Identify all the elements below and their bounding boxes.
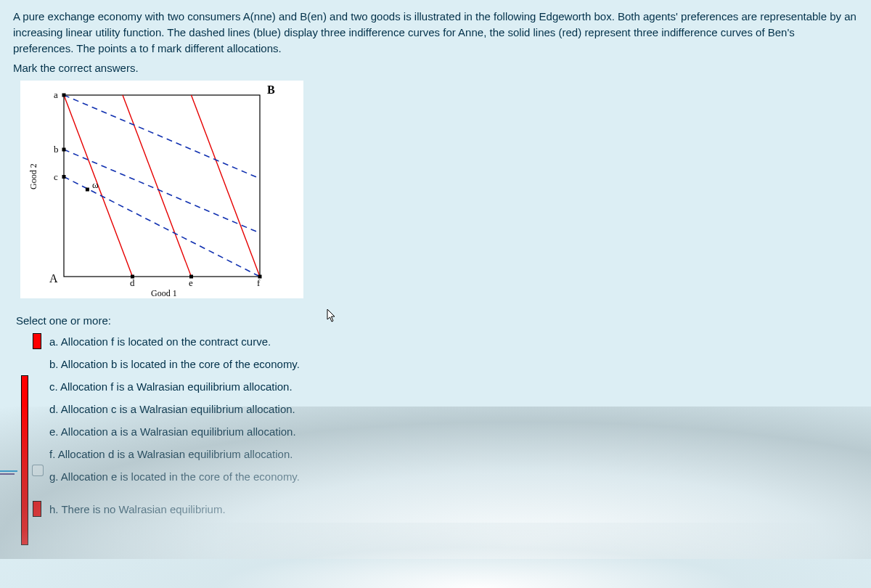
point-a-label: a <box>54 89 58 100</box>
question-page: A pure exchange economy with two consume… <box>0 0 871 588</box>
corner-B: B <box>267 83 275 96</box>
point-b-label: b <box>54 144 59 155</box>
option-f-marker <box>33 446 41 461</box>
option-c[interactable]: c. Allocation f is a Walrasian equilibri… <box>33 379 858 394</box>
option-c-marker <box>33 379 41 393</box>
edgeworth-figure: a b c ω d e f A B Good 1 Good 2 <box>20 81 303 298</box>
left-edge-ticks <box>0 470 17 475</box>
svg-rect-8 <box>62 148 66 152</box>
option-a[interactable]: a. Allocation f is located on the contra… <box>33 334 858 349</box>
y-axis-label: Good 2 <box>28 163 38 189</box>
edgeworth-svg: a b c ω d e f A B Good 1 Good 2 <box>20 81 303 298</box>
point-e-label: e <box>189 277 193 288</box>
select-prompt: Select one or more: <box>16 314 858 327</box>
option-h[interactable]: h. There is no Walrasian equilibrium. <box>33 502 858 517</box>
option-h-label: h. There is no Walrasian equilibrium. <box>49 502 226 517</box>
options-list: a. Allocation f is located on the contra… <box>33 334 858 517</box>
option-d-marker <box>33 401 41 416</box>
question-paragraph: A pure exchange economy with two consume… <box>13 9 858 56</box>
option-b-marker <box>33 356 41 371</box>
option-g[interactable]: g. Allocation e is located in the core o… <box>33 469 858 484</box>
svg-rect-10 <box>86 188 89 192</box>
option-d-label: d. Allocation c is a Walrasian equilibri… <box>49 401 295 417</box>
point-f-label: f <box>257 277 261 288</box>
option-f[interactable]: f. Allocation d is a Walrasian equilibri… <box>33 446 858 462</box>
corner-A: A <box>49 272 58 285</box>
svg-rect-7 <box>62 94 66 97</box>
haze-overlay-2 <box>0 523 871 588</box>
option-b[interactable]: b. Allocation b is located in the core o… <box>33 356 858 372</box>
point-c-label: c <box>54 171 58 182</box>
option-e-marker <box>33 424 41 438</box>
option-a-label: a. Allocation f is located on the contra… <box>49 334 271 349</box>
question-instruction: Mark the correct answers. <box>13 60 858 76</box>
option-g-label: g. Allocation e is located in the core o… <box>49 469 300 484</box>
option-h-marker <box>33 502 41 516</box>
answer-indicator-stripe <box>22 376 28 544</box>
option-e-checkbox[interactable] <box>32 465 44 476</box>
point-d-label: d <box>130 277 135 288</box>
option-d[interactable]: d. Allocation c is a Walrasian equilibri… <box>33 401 858 417</box>
x-axis-label: Good 1 <box>151 288 177 298</box>
option-e[interactable]: e. Allocation a is a Walrasian equilibri… <box>33 424 858 439</box>
option-b-label: b. Allocation b is located in the core o… <box>49 356 300 372</box>
option-c-label: c. Allocation f is a Walrasian equilibri… <box>49 379 293 394</box>
svg-rect-9 <box>62 175 66 179</box>
option-a-marker <box>33 334 41 348</box>
question-text: A pure exchange economy with two consume… <box>13 9 858 76</box>
option-e-label: e. Allocation a is a Walrasian equilibri… <box>49 424 296 439</box>
point-omega-label: ω <box>92 179 99 190</box>
option-f-label: f. Allocation d is a Walrasian equilibri… <box>49 446 293 462</box>
